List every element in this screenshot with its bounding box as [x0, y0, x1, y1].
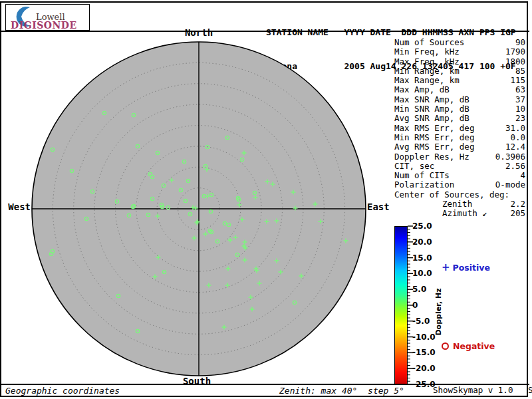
- stats-row: Min SNR Amp, dB10: [394, 104, 525, 114]
- colorbar-tick-label: 25.0: [412, 221, 442, 231]
- stats-value: 10: [515, 104, 525, 114]
- showskymap-window: Lowell DIGISONDE STATION NAME YYYY DATE …: [0, 0, 532, 399]
- compass-north-label: North: [179, 27, 219, 38]
- station-header-columns: STATION NAME YYYY DATE DDD HHMMSS AXN PP…: [266, 27, 516, 38]
- stats-row: Center of Sources, deg:: [394, 190, 525, 200]
- stats-label: Min Freq, kHz: [394, 47, 460, 57]
- stats-row: PolarizationO-mode: [394, 180, 525, 190]
- colorbar-tick-label: 5.0: [412, 285, 442, 294]
- stats-label: Max Range, km: [394, 76, 460, 85]
- stats-row: Min RMS Err, deg0.0: [394, 133, 525, 142]
- stats-value: 1790: [505, 47, 525, 57]
- stats-value: 2.2: [510, 200, 525, 209]
- stats-value: 2.56: [505, 162, 525, 171]
- stats-row: Zenith2.2: [394, 200, 525, 209]
- stats-value: 85: [515, 66, 525, 76]
- colorbar-tick-label: -10.0: [412, 332, 442, 342]
- colorbar-tick-label: 10.0: [412, 269, 442, 278]
- stats-label: Max SNR Amp, dB: [394, 95, 469, 104]
- stats-label: CIT, sec: [394, 162, 434, 171]
- program-version-label: ShowSkymap v 1.0 SD v 4.2: [433, 385, 532, 395]
- stats-row: Max Amp, dB63: [394, 85, 525, 94]
- colorbar-tick-label: -20.0: [412, 364, 442, 373]
- stats-value: 90: [515, 38, 525, 47]
- positive-legend-label: Positive: [453, 263, 490, 273]
- negative-legend-label: Negative: [453, 341, 495, 351]
- colorbar-tick-label: -5.0: [412, 317, 442, 326]
- doppler-colorbar: [394, 226, 408, 384]
- stats-label: Min Range, km: [394, 66, 460, 76]
- stats-value: 115: [510, 76, 525, 85]
- stats-row: Avg SNR Amp, dB23: [394, 114, 525, 123]
- stats-label: Max Freq, kHz: [394, 57, 460, 66]
- coordinates-mode-label: Geographic coordinates: [5, 386, 120, 396]
- stats-value: 63: [515, 85, 525, 94]
- stats-value: 23: [515, 114, 525, 123]
- stats-value: 37: [515, 95, 525, 104]
- stats-value: 205: [510, 209, 525, 218]
- stats-label: Max Amp, dB: [394, 85, 450, 94]
- stats-row: Max Freq, kHz1800: [394, 57, 525, 66]
- stats-label: Num of Sources: [394, 38, 464, 47]
- stats-row: Min Range, km85: [394, 66, 525, 76]
- compass-west-label: West: [5, 201, 31, 212]
- stats-label: Avg RMS Err, deg: [394, 142, 474, 152]
- stats-value: O-mode: [495, 180, 525, 190]
- measurement-stats-panel: Num of Sources90Min Freq, kHz1790Max Fre…: [394, 38, 525, 219]
- stats-value: 1800: [505, 57, 525, 66]
- stats-value: 4: [520, 171, 525, 180]
- stats-row: CIT, sec2.56: [394, 162, 525, 171]
- stats-value: 0.3906: [495, 152, 525, 162]
- stats-value: 12.4: [505, 142, 525, 152]
- stats-label: Min SNR Amp, dB: [394, 104, 469, 114]
- positive-doppler-legend: +Positive: [442, 261, 490, 273]
- colorbar-tick-label: 0: [412, 301, 442, 310]
- stats-label: Min RMS Err, deg: [394, 133, 474, 142]
- stats-row: Max SNR Amp, dB37: [394, 95, 525, 104]
- stats-row: Doppler Res, Hz0.3906: [394, 152, 525, 162]
- stats-row: Azimuth ↙205: [394, 209, 525, 218]
- lowell-digisonde-logo: Lowell DIGISONDE: [5, 4, 90, 31]
- negative-doppler-legend: Negative: [442, 341, 495, 351]
- stats-row: Num of Sources90: [394, 38, 525, 47]
- plus-marker-icon: +: [442, 261, 450, 273]
- zenith-range-label: Zenith: max 40° step 5°: [279, 386, 404, 396]
- stats-row: Num of CITs4: [394, 171, 525, 180]
- stats-label: Doppler Res, Hz: [394, 152, 469, 162]
- colorbar-tick-label: 20.0: [412, 237, 442, 247]
- stats-row: Max Range, km115: [394, 76, 525, 85]
- header-separator: [0, 31, 529, 32]
- circle-marker-icon: [442, 342, 449, 350]
- stats-label: Center of Sources, deg:: [394, 190, 509, 200]
- stats-label: Avg SNR Amp, dB: [394, 114, 469, 123]
- stats-label: Zenith: [394, 200, 472, 209]
- stats-row: Avg RMS Err, deg12.4: [394, 142, 525, 152]
- colorbar-tick-label: -15.0: [412, 348, 442, 357]
- logo-text-digisonde: DIGISONDE: [11, 20, 77, 31]
- stats-value: 31.0: [505, 124, 525, 133]
- stats-row: Min Freq, kHz1790: [394, 47, 525, 57]
- stats-label: Num of CITs: [394, 171, 450, 180]
- stats-label: Max RMS Err, deg: [394, 124, 474, 133]
- colorbar-tick-label: 15.0: [412, 253, 442, 263]
- stats-row: Max RMS Err, deg31.0: [394, 124, 525, 133]
- stats-value: 0.0: [510, 133, 525, 142]
- stats-label: Azimuth ↙: [394, 209, 487, 218]
- stats-label: Polarization: [394, 180, 454, 190]
